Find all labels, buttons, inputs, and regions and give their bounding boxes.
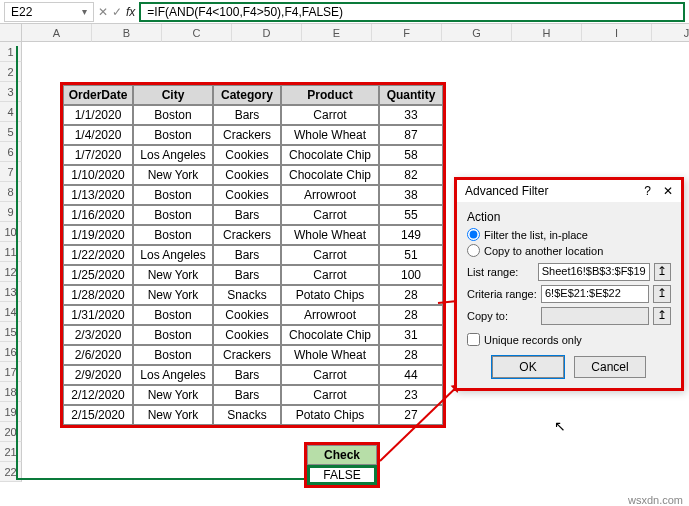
range-select-icon[interactable]: ↥ [653,285,671,303]
table-cell[interactable]: New York [133,385,213,405]
row-header[interactable]: 3 [0,82,22,102]
col-orderdate[interactable]: OrderDate [63,85,133,105]
table-cell[interactable]: Carrot [281,245,379,265]
col-category[interactable]: Category [213,85,281,105]
table-cell[interactable]: 23 [379,385,443,405]
table-cell[interactable]: New York [133,165,213,185]
table-cell[interactable]: Arrowroot [281,185,379,205]
table-cell[interactable]: Carrot [281,365,379,385]
table-cell[interactable]: Cookies [213,185,281,205]
table-cell[interactable]: 149 [379,225,443,245]
table-cell[interactable]: Carrot [281,205,379,225]
name-box[interactable]: E22 ▾ [4,2,94,22]
row-header[interactable]: 1 [0,42,22,62]
row-header[interactable]: 13 [0,282,22,302]
confirm-icon[interactable]: ✓ [112,5,122,19]
table-cell[interactable]: Snacks [213,405,281,425]
table-cell[interactable]: 44 [379,365,443,385]
table-cell[interactable]: 55 [379,205,443,225]
table-cell[interactable]: 2/6/2020 [63,345,133,365]
column-header[interactable]: E [302,24,372,42]
table-cell[interactable]: 1/31/2020 [63,305,133,325]
table-cell[interactable]: 1/25/2020 [63,265,133,285]
table-cell[interactable]: 2/15/2020 [63,405,133,425]
table-cell[interactable]: Boston [133,205,213,225]
criteria-range-input[interactable]: 6!$E$21:$E$22 [541,285,649,303]
row-header[interactable]: 11 [0,242,22,262]
radio-filter-inplace[interactable]: Filter the list, in-place [467,228,671,241]
column-header[interactable]: I [582,24,652,42]
range-select-icon[interactable]: ↥ [653,307,671,325]
table-cell[interactable]: Boston [133,345,213,365]
cancel-icon[interactable]: ✕ [98,5,108,19]
table-cell[interactable]: Bars [213,385,281,405]
table-cell[interactable]: New York [133,265,213,285]
row-header[interactable]: 17 [0,362,22,382]
fx-icon[interactable]: fx [126,5,135,19]
table-cell[interactable]: Chocolate Chip [281,325,379,345]
table-cell[interactable]: Whole Wheat [281,125,379,145]
table-cell[interactable]: Boston [133,185,213,205]
table-cell[interactable]: 1/4/2020 [63,125,133,145]
table-cell[interactable]: 28 [379,305,443,325]
col-city[interactable]: City [133,85,213,105]
unique-records-row[interactable]: Unique records only [467,333,671,346]
dialog-titlebar[interactable]: Advanced Filter ? ✕ [457,180,681,202]
table-cell[interactable]: Crackers [213,125,281,145]
table-cell[interactable]: Bars [213,205,281,225]
table-cell[interactable]: Los Angeles [133,245,213,265]
table-cell[interactable]: Arrowroot [281,305,379,325]
table-cell[interactable]: 1/19/2020 [63,225,133,245]
row-header[interactable]: 4 [0,102,22,122]
table-cell[interactable]: 31 [379,325,443,345]
table-cell[interactable]: 1/28/2020 [63,285,133,305]
row-header[interactable]: 20 [0,422,22,442]
table-cell[interactable]: New York [133,285,213,305]
row-header[interactable]: 15 [0,322,22,342]
table-cell[interactable]: 58 [379,145,443,165]
table-cell[interactable]: Potato Chips [281,285,379,305]
column-header[interactable]: D [232,24,302,42]
table-cell[interactable]: Cookies [213,165,281,185]
table-cell[interactable]: Cookies [213,325,281,345]
row-header[interactable]: 8 [0,182,22,202]
table-cell[interactable]: Boston [133,225,213,245]
check-value-cell[interactable]: FALSE [307,465,377,485]
table-cell[interactable]: Cookies [213,145,281,165]
help-icon[interactable]: ? [644,184,651,198]
column-header[interactable]: A [22,24,92,42]
table-cell[interactable]: Whole Wheat [281,345,379,365]
table-cell[interactable]: Boston [133,305,213,325]
table-cell[interactable]: Crackers [213,345,281,365]
table-cell[interactable]: Snacks [213,285,281,305]
column-header[interactable]: J [652,24,689,42]
table-cell[interactable]: 82 [379,165,443,185]
table-cell[interactable]: 100 [379,265,443,285]
column-header[interactable]: G [442,24,512,42]
unique-records-checkbox[interactable] [467,333,480,346]
table-cell[interactable]: Cookies [213,305,281,325]
table-cell[interactable]: 87 [379,125,443,145]
radio-inplace-input[interactable] [467,228,480,241]
check-header[interactable]: Check [307,445,377,465]
column-header[interactable]: C [162,24,232,42]
table-cell[interactable]: Carrot [281,385,379,405]
table-cell[interactable]: 51 [379,245,443,265]
column-header[interactable]: B [92,24,162,42]
row-header[interactable]: 19 [0,402,22,422]
table-cell[interactable]: Bars [213,265,281,285]
row-header[interactable]: 16 [0,342,22,362]
table-cell[interactable]: 28 [379,285,443,305]
table-cell[interactable]: 1/7/2020 [63,145,133,165]
row-header[interactable]: 18 [0,382,22,402]
chevron-down-icon[interactable]: ▾ [82,6,87,17]
col-quantity[interactable]: Quantity [379,85,443,105]
row-header[interactable]: 10 [0,222,22,242]
table-cell[interactable]: 1/16/2020 [63,205,133,225]
row-header[interactable]: 9 [0,202,22,222]
table-cell[interactable]: Bars [213,365,281,385]
col-product[interactable]: Product [281,85,379,105]
radio-copy-input[interactable] [467,244,480,257]
table-cell[interactable]: Boston [133,125,213,145]
column-header[interactable]: H [512,24,582,42]
